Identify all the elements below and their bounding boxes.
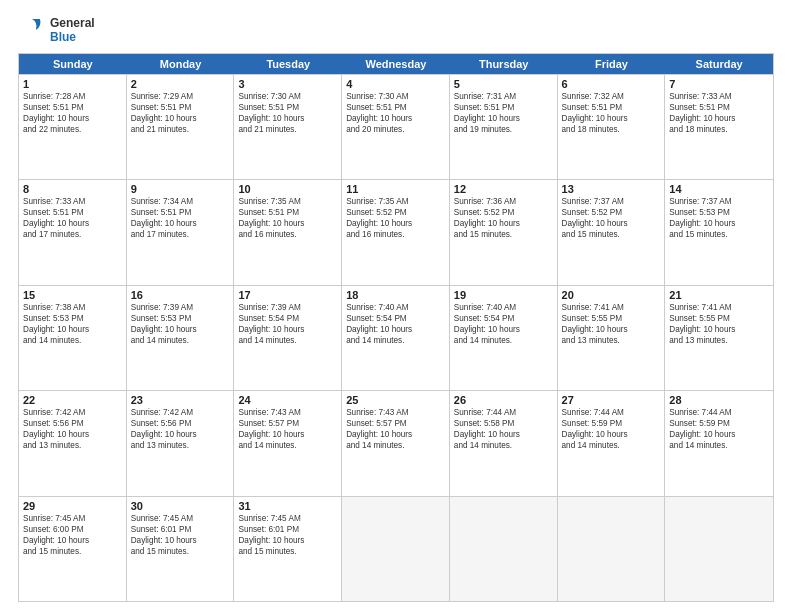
cell-info-line: Sunset: 5:51 PM bbox=[562, 102, 661, 113]
cell-info-line: and 21 minutes. bbox=[131, 124, 230, 135]
day-number: 19 bbox=[454, 289, 553, 301]
cell-info-line: Sunset: 5:54 PM bbox=[454, 313, 553, 324]
cell-info-line: Daylight: 10 hours bbox=[346, 429, 445, 440]
day-cell-4: 4Sunrise: 7:30 AMSunset: 5:51 PMDaylight… bbox=[342, 75, 450, 179]
day-number: 1 bbox=[23, 78, 122, 90]
day-cell-9: 9Sunrise: 7:34 AMSunset: 5:51 PMDaylight… bbox=[127, 180, 235, 284]
day-cell-5: 5Sunrise: 7:31 AMSunset: 5:51 PMDaylight… bbox=[450, 75, 558, 179]
day-number: 13 bbox=[562, 183, 661, 195]
day-number: 29 bbox=[23, 500, 122, 512]
cell-info-line: and 13 minutes. bbox=[23, 440, 122, 451]
cell-info-line: Sunset: 5:51 PM bbox=[454, 102, 553, 113]
cell-info-line: and 18 minutes. bbox=[562, 124, 661, 135]
day-of-week-tuesday: Tuesday bbox=[234, 54, 342, 74]
day-cell-27: 27Sunrise: 7:44 AMSunset: 5:59 PMDayligh… bbox=[558, 391, 666, 495]
cell-info-line: and 14 minutes. bbox=[238, 440, 337, 451]
cell-info-line: Sunset: 5:52 PM bbox=[454, 207, 553, 218]
cell-info-line: Daylight: 10 hours bbox=[669, 113, 769, 124]
day-of-week-thursday: Thursday bbox=[450, 54, 558, 74]
cell-info-line: Daylight: 10 hours bbox=[131, 324, 230, 335]
day-number: 2 bbox=[131, 78, 230, 90]
cell-info-line: and 14 minutes. bbox=[131, 335, 230, 346]
cell-info-line: Sunrise: 7:39 AM bbox=[131, 302, 230, 313]
cell-info-line: and 15 minutes. bbox=[454, 229, 553, 240]
cell-info-line: Daylight: 10 hours bbox=[454, 218, 553, 229]
day-of-week-saturday: Saturday bbox=[665, 54, 773, 74]
cell-info-line: and 15 minutes. bbox=[562, 229, 661, 240]
cell-info-line: and 20 minutes. bbox=[346, 124, 445, 135]
cell-info-line: Sunset: 5:56 PM bbox=[23, 418, 122, 429]
cell-info-line: and 14 minutes. bbox=[454, 440, 553, 451]
cell-info-line: Daylight: 10 hours bbox=[131, 218, 230, 229]
day-number: 20 bbox=[562, 289, 661, 301]
day-cell-13: 13Sunrise: 7:37 AMSunset: 5:52 PMDayligh… bbox=[558, 180, 666, 284]
cell-info-line: Daylight: 10 hours bbox=[131, 429, 230, 440]
day-cell-10: 10Sunrise: 7:35 AMSunset: 5:51 PMDayligh… bbox=[234, 180, 342, 284]
cell-info-line: and 15 minutes. bbox=[23, 546, 122, 557]
day-of-week-sunday: Sunday bbox=[19, 54, 127, 74]
cell-info-line: Sunset: 5:57 PM bbox=[238, 418, 337, 429]
day-number: 17 bbox=[238, 289, 337, 301]
cell-info-line: Sunset: 5:59 PM bbox=[562, 418, 661, 429]
cell-info-line: and 14 minutes. bbox=[562, 440, 661, 451]
cell-info-line: Sunrise: 7:35 AM bbox=[238, 196, 337, 207]
empty-cell bbox=[342, 497, 450, 601]
cell-info-line: Sunset: 5:53 PM bbox=[669, 207, 769, 218]
cell-info-line: and 13 minutes. bbox=[562, 335, 661, 346]
day-number: 30 bbox=[131, 500, 230, 512]
day-cell-28: 28Sunrise: 7:44 AMSunset: 5:59 PMDayligh… bbox=[665, 391, 773, 495]
cell-info-line: Daylight: 10 hours bbox=[23, 113, 122, 124]
cell-info-line: Sunset: 5:51 PM bbox=[131, 102, 230, 113]
cell-info-line: Sunset: 5:55 PM bbox=[562, 313, 661, 324]
day-cell-6: 6Sunrise: 7:32 AMSunset: 5:51 PMDaylight… bbox=[558, 75, 666, 179]
cell-info-line: Daylight: 10 hours bbox=[131, 535, 230, 546]
day-cell-23: 23Sunrise: 7:42 AMSunset: 5:56 PMDayligh… bbox=[127, 391, 235, 495]
calendar: SundayMondayTuesdayWednesdayThursdayFrid… bbox=[18, 53, 774, 602]
calendar-week-2: 8Sunrise: 7:33 AMSunset: 5:51 PMDaylight… bbox=[19, 179, 773, 284]
cell-info-line: and 16 minutes. bbox=[346, 229, 445, 240]
day-cell-30: 30Sunrise: 7:45 AMSunset: 6:01 PMDayligh… bbox=[127, 497, 235, 601]
cell-info-line: Sunrise: 7:40 AM bbox=[454, 302, 553, 313]
cell-info-line: Daylight: 10 hours bbox=[669, 324, 769, 335]
day-number: 26 bbox=[454, 394, 553, 406]
cell-info-line: and 14 minutes. bbox=[346, 440, 445, 451]
day-number: 27 bbox=[562, 394, 661, 406]
cell-info-line: Sunrise: 7:30 AM bbox=[238, 91, 337, 102]
cell-info-line: Sunset: 5:51 PM bbox=[131, 207, 230, 218]
cell-info-line: Sunrise: 7:39 AM bbox=[238, 302, 337, 313]
day-number: 4 bbox=[346, 78, 445, 90]
cell-info-line: and 18 minutes. bbox=[669, 124, 769, 135]
cell-info-line: Sunrise: 7:29 AM bbox=[131, 91, 230, 102]
cell-info-line: Daylight: 10 hours bbox=[23, 429, 122, 440]
cell-info-line: Sunset: 5:51 PM bbox=[669, 102, 769, 113]
cell-info-line: Sunrise: 7:31 AM bbox=[454, 91, 553, 102]
cell-info-line: Daylight: 10 hours bbox=[131, 113, 230, 124]
calendar-week-4: 22Sunrise: 7:42 AMSunset: 5:56 PMDayligh… bbox=[19, 390, 773, 495]
cell-info-line: and 13 minutes. bbox=[669, 335, 769, 346]
cell-info-line: and 15 minutes. bbox=[238, 546, 337, 557]
cell-info-line: Sunrise: 7:33 AM bbox=[669, 91, 769, 102]
calendar-week-1: 1Sunrise: 7:28 AMSunset: 5:51 PMDaylight… bbox=[19, 74, 773, 179]
cell-info-line: and 13 minutes. bbox=[131, 440, 230, 451]
cell-info-line: Daylight: 10 hours bbox=[238, 113, 337, 124]
cell-info-line: and 14 minutes. bbox=[669, 440, 769, 451]
cell-info-line: Sunrise: 7:43 AM bbox=[238, 407, 337, 418]
day-cell-14: 14Sunrise: 7:37 AMSunset: 5:53 PMDayligh… bbox=[665, 180, 773, 284]
cell-info-line: and 14 minutes. bbox=[23, 335, 122, 346]
day-number: 31 bbox=[238, 500, 337, 512]
cell-info-line: Daylight: 10 hours bbox=[562, 324, 661, 335]
cell-info-line: Sunset: 5:51 PM bbox=[23, 102, 122, 113]
day-cell-26: 26Sunrise: 7:44 AMSunset: 5:58 PMDayligh… bbox=[450, 391, 558, 495]
cell-info-line: Sunset: 5:51 PM bbox=[346, 102, 445, 113]
cell-info-line: Sunset: 5:58 PM bbox=[454, 418, 553, 429]
cell-info-line: Sunset: 5:59 PM bbox=[669, 418, 769, 429]
cell-info-line: Sunrise: 7:37 AM bbox=[669, 196, 769, 207]
cell-info-line: Sunrise: 7:28 AM bbox=[23, 91, 122, 102]
day-cell-7: 7Sunrise: 7:33 AMSunset: 5:51 PMDaylight… bbox=[665, 75, 773, 179]
cell-info-line: Daylight: 10 hours bbox=[346, 218, 445, 229]
cell-info-line: Sunset: 5:56 PM bbox=[131, 418, 230, 429]
cell-info-line: Daylight: 10 hours bbox=[238, 218, 337, 229]
cell-info-line: Sunrise: 7:44 AM bbox=[562, 407, 661, 418]
calendar-week-5: 29Sunrise: 7:45 AMSunset: 6:00 PMDayligh… bbox=[19, 496, 773, 601]
day-number: 5 bbox=[454, 78, 553, 90]
